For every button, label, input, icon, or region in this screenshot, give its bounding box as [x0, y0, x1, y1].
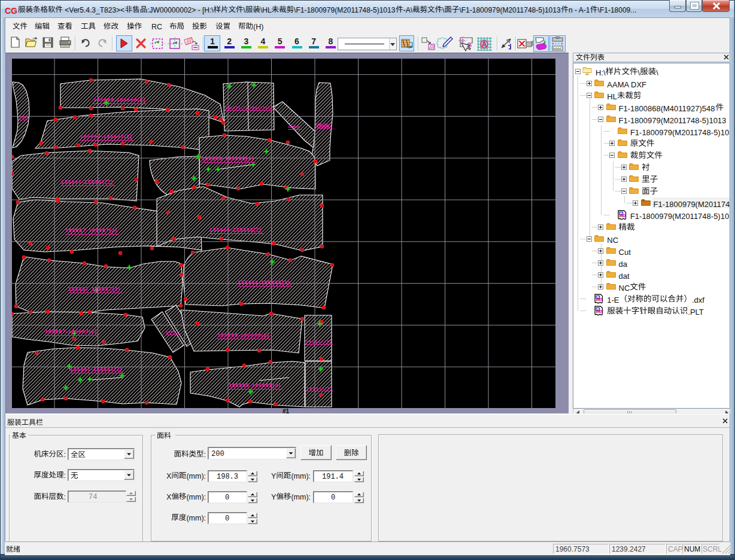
svg-text:185668-185668(2): 185668-185668(2) [202, 156, 253, 162]
svg-text:18(2): 18(2) [19, 115, 28, 119]
svg-text:1856(2): 1856(2) [288, 125, 300, 129]
svg-text:185667-185667(2): 185667-185667(2) [70, 367, 122, 372]
svg-text:185667-185667(2): 185667-185667(2) [68, 287, 120, 292]
svg-text:185(2): 185(2) [166, 330, 178, 334]
svg-text:185668-185668(2): 185668-185668(2) [209, 227, 261, 233]
svg-text:185671(2): 185671(2) [225, 106, 247, 109]
svg-text:185668-185668(2): 185668-185668(2) [93, 98, 145, 103]
svg-text:185667-185667(2): 185667-185667(2) [61, 179, 113, 185]
svg-text:185668-185668(2): 185668-185668(2) [238, 280, 289, 285]
svg-text:185667-185667(2): 185667-185667(2) [65, 228, 117, 233]
svg-text:185667(2): 185667(2) [306, 340, 331, 343]
svg-text:185668-185668(2): 185668-185668(2) [217, 333, 269, 338]
svg-text:185667-185667(2): 185667-185667(2) [80, 134, 132, 139]
svg-text:185667-185667(2): 185667-185667(2) [45, 329, 96, 334]
svg-text:1856(2): 1856(2) [317, 124, 331, 127]
svg-text:185668(2): 185668(2) [306, 386, 332, 390]
svg-text:185671(2): 185671(2) [250, 106, 271, 109]
svg-text:185668-185668(2): 185668-185668(2) [229, 383, 280, 388]
